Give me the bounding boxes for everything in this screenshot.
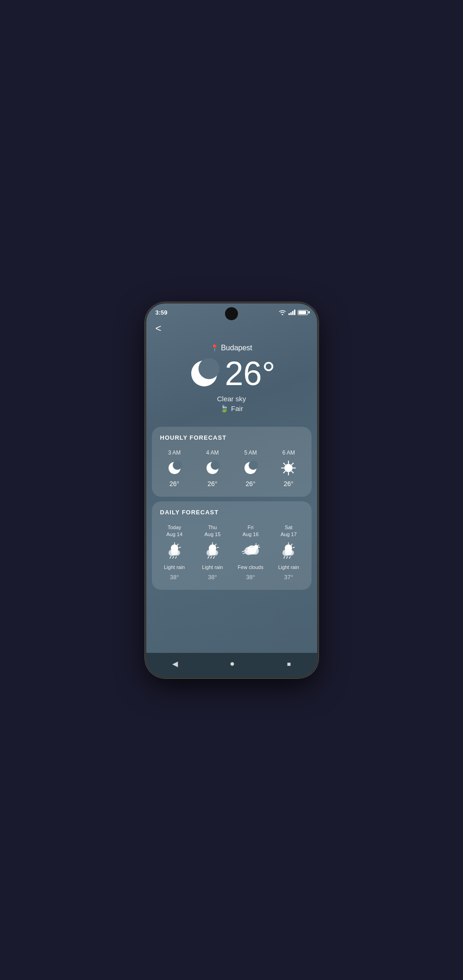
svg-point-33 (213, 550, 218, 556)
daily-item-3: Sat Aug 17 Ligh (270, 522, 307, 582)
svg-line-52 (287, 556, 288, 558)
hourly-item-2: 5 AM 26° (232, 448, 269, 489)
daily-item-2: Fri Aug 16 (232, 522, 269, 582)
svg-line-20 (179, 547, 181, 548)
main-weather-section: 📍 Budapest 26° Clear sky 🍃 Fair (146, 339, 317, 427)
main-weather-icon (188, 357, 220, 390)
hour-icon-3 (280, 460, 297, 476)
city-name: Budapest (221, 344, 252, 352)
hour-label-1: 4 AM (206, 449, 219, 456)
hour-label-3: 6 AM (282, 449, 295, 456)
hour-temp-0: 26° (169, 480, 179, 487)
location-row: 📍 Budapest (211, 344, 252, 352)
nav-back-button[interactable]: ◀ (172, 659, 178, 668)
svg-line-53 (289, 556, 290, 558)
daily-grid: Today Aug 14 Li (156, 522, 307, 582)
hour-label-2: 5 AM (244, 449, 257, 456)
hourly-item-0: 3 AM 26° (156, 448, 193, 489)
hour-temp-2: 26° (246, 480, 256, 487)
day-desc-0: Light rain (164, 564, 185, 570)
svg-line-29 (215, 544, 216, 545)
nav-home-button[interactable]: ● (230, 659, 235, 669)
daily-forecast-title: DAILY FORECAST (156, 509, 307, 516)
svg-line-34 (208, 556, 209, 558)
hour-icon-0 (166, 460, 183, 476)
svg-point-5 (211, 461, 220, 470)
daily-forecast-card: DAILY FORECAST Today Aug 14 (152, 501, 312, 590)
day-desc-1: Light rain (202, 564, 223, 570)
daily-icon-2 (240, 541, 261, 561)
svg-point-3 (173, 461, 182, 470)
leaf-icon: 🍃 (220, 405, 229, 413)
hourly-item-3: 6 AM 26° (270, 448, 307, 489)
hourly-item-1: 4 AM 26° (194, 448, 231, 489)
svg-point-23 (175, 550, 180, 556)
day-label-1: Thu Aug 15 (204, 524, 220, 538)
air-quality-row: 🍃 Fair (220, 405, 243, 413)
hourly-forecast-title: HOURLY FORECAST (156, 434, 307, 441)
svg-line-26 (175, 556, 176, 558)
hourly-grid: 3 AM 26° 4 AM 26° (156, 448, 307, 489)
day-desc-3: Light rain (278, 564, 299, 570)
svg-line-13 (284, 463, 286, 465)
notch (225, 307, 238, 320)
nav-square-button[interactable]: ■ (287, 660, 291, 668)
daily-item-0: Today Aug 14 Li (156, 522, 193, 582)
day-desc-2: Few clouds (238, 564, 263, 570)
svg-point-1 (198, 358, 219, 379)
day-temp-3: 37° (284, 574, 294, 581)
wifi-icon (279, 310, 286, 315)
svg-line-24 (170, 556, 171, 558)
hour-temp-3: 26° (284, 480, 294, 487)
day-temp-2: 38° (246, 574, 255, 581)
back-button[interactable]: < (146, 318, 171, 339)
svg-line-30 (217, 547, 219, 548)
location-pin-icon: 📍 (211, 344, 219, 352)
svg-line-46 (291, 544, 292, 545)
hourly-forecast-card: HOURLY FORECAST 3 AM 26° 4 AM (152, 427, 312, 497)
svg-line-36 (213, 556, 214, 558)
nav-bar: ◀ ● ■ (146, 653, 317, 677)
svg-line-15 (292, 463, 294, 465)
temperature-row: 26° (188, 357, 275, 390)
svg-line-42 (258, 545, 259, 546)
weather-description: Clear sky (217, 395, 246, 403)
daily-item-1: Thu Aug 15 Ligh (194, 522, 231, 582)
status-icons (279, 310, 308, 315)
day-label-0: Today Aug 14 (166, 524, 182, 538)
svg-line-47 (293, 547, 294, 548)
daily-icon-1 (202, 541, 223, 561)
battery-icon (298, 310, 308, 315)
hour-icon-2 (242, 460, 259, 476)
daily-icon-0 (164, 541, 185, 561)
time-display: 3:59 (156, 309, 168, 316)
svg-line-51 (284, 556, 285, 558)
signal-icon (288, 310, 295, 315)
hour-icon-1 (204, 460, 221, 476)
day-temp-0: 38° (170, 574, 179, 581)
current-temperature: 26° (225, 357, 275, 390)
svg-line-19 (177, 544, 178, 545)
scroll-area[interactable]: < 📍 Budapest 26° Clear sky 🍃 Fair (146, 318, 317, 645)
svg-line-25 (173, 556, 174, 558)
hour-label-0: 3 AM (168, 449, 181, 456)
day-label-2: Fri Aug 16 (243, 524, 259, 538)
svg-line-16 (284, 471, 286, 473)
day-temp-1: 38° (208, 574, 217, 581)
svg-line-35 (211, 556, 212, 558)
svg-line-14 (292, 471, 294, 473)
svg-point-50 (288, 550, 294, 556)
daily-icon-3 (278, 541, 299, 561)
phone-frame: 3:59 < 📍 (145, 302, 319, 678)
svg-point-7 (249, 461, 258, 470)
day-label-3: Sat Aug 17 (281, 524, 297, 538)
air-quality-label: Fair (231, 405, 243, 412)
hour-temp-1: 26° (207, 480, 217, 487)
